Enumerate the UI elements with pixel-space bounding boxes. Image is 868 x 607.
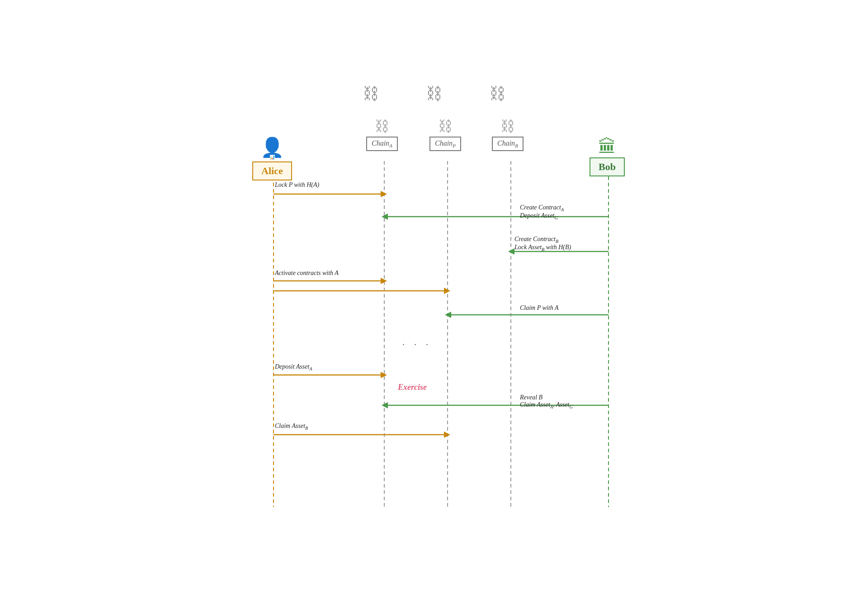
diagram-container: ⛓ ⛓ ⛓	[231, 82, 637, 525]
svg-text:⛓: ⛓	[363, 85, 379, 103]
chainA-subscript: A	[389, 143, 392, 148]
msg7-label: Deposit AssetA	[275, 363, 312, 371]
svg-marker-13	[508, 248, 514, 255]
svg-marker-23	[382, 402, 388, 408]
msg2-label: Create ContractA Deposit AssetG	[520, 204, 564, 220]
svg-marker-17	[444, 288, 450, 294]
msg3-label: Create ContractB Lock AssetB with H(B)	[514, 236, 571, 252]
chainP-icon: ⛓	[438, 118, 453, 135]
svg-marker-9	[381, 191, 387, 197]
svg-marker-11	[382, 213, 388, 220]
chainB-subscript: B	[515, 143, 518, 148]
alice-box: Alice	[252, 161, 292, 180]
chainP-box: ChainP	[429, 137, 461, 151]
bob-box: Bob	[590, 157, 625, 176]
bob-icon: 🏛	[598, 136, 616, 157]
bob-label: Bob	[599, 161, 616, 172]
separator-dots: · · ·	[402, 340, 432, 350]
exercise-label: Exercise	[398, 383, 427, 392]
svg-text:⛓: ⛓	[426, 85, 442, 103]
chainP-actor: ⛓ ChainP	[429, 118, 461, 151]
svg-marker-19	[445, 312, 451, 318]
msg1-label: Lock P with H(A)	[275, 181, 319, 189]
chainB-actor: ⛓ ChainB	[492, 118, 524, 151]
svg-text:⛓: ⛓	[489, 85, 505, 103]
alice-label: Alice	[261, 165, 283, 176]
chainA-icon: ⛓	[375, 118, 389, 135]
msg6-label: Claim P with A	[520, 304, 558, 312]
chainP-subscript: P	[453, 143, 456, 148]
chainB-icon: ⛓	[500, 118, 515, 135]
svg-marker-21	[381, 372, 387, 378]
chainB-box: ChainB	[492, 137, 524, 151]
bob-actor: 🏛 Bob	[590, 136, 625, 176]
svg-marker-25	[444, 432, 450, 438]
msg4-label: Activate contracts with A	[275, 270, 339, 277]
chainA-box: ChainA	[366, 137, 398, 151]
msg8-label: Reveal B Claim AssetA, AssetG	[520, 394, 573, 409]
alice-actor: 👤 📊 Alice	[252, 136, 292, 180]
chainA-actor: ⛓ ChainA	[366, 118, 398, 151]
msg9-label: Claim AssetB	[275, 422, 308, 431]
svg-marker-15	[381, 278, 387, 284]
